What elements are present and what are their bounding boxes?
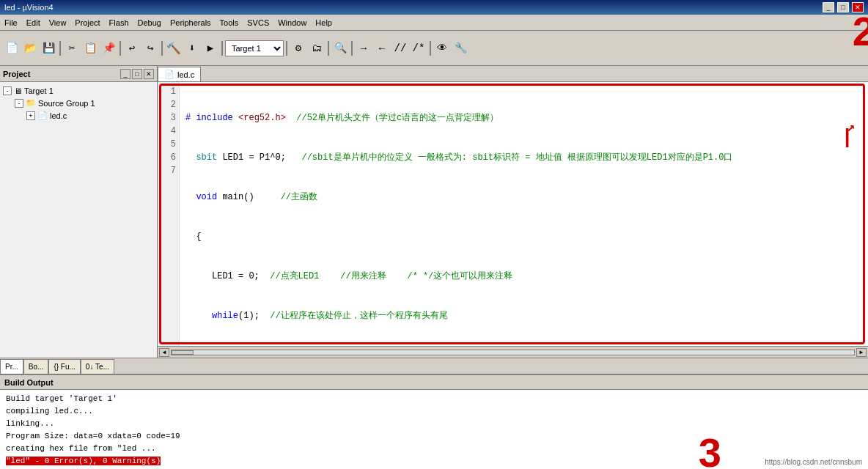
menu-svcs[interactable]: SVCS	[243, 17, 273, 29]
menu-view[interactable]: View	[45, 17, 71, 29]
preview-btn[interactable]: 👁	[433, 40, 451, 56]
target-options-btn[interactable]: ⚙	[290, 40, 307, 56]
project-panel-header: Project _ □ ✕	[0, 66, 157, 82]
sep4	[221, 41, 223, 56]
project-panel: Project _ □ ✕ - 🖥 Target 1 - 📁 Source Gr…	[0, 66, 158, 358]
bottom-tab-templates[interactable]: 0↓ Te...	[81, 359, 114, 374]
build-output: Build Output Build target 'Target 1' com…	[0, 374, 868, 469]
scroll-track[interactable]	[171, 350, 855, 355]
build-output-content: Build target 'Target 1' compiling led.c.…	[0, 390, 868, 469]
new-file-btn[interactable]: 📄	[3, 40, 21, 56]
scroll-thumb[interactable]	[172, 350, 194, 355]
menu-window[interactable]: Window	[273, 17, 311, 29]
close-btn[interactable]: ✕	[852, 2, 864, 12]
panel-header-buttons: _ □ ✕	[120, 69, 154, 79]
editor-area: 📄 led.c 1 2 3 4 5 6 7 # include <reg52.h…	[158, 66, 868, 358]
undo-btn[interactable]: ↩	[123, 40, 141, 56]
paste-btn[interactable]: 📌	[100, 40, 117, 56]
tree-item-target[interactable]: - 🖥 Target 1	[3, 85, 154, 97]
target-label: Target 1	[24, 86, 54, 95]
sep1	[59, 41, 61, 56]
build-output-title: Build Output	[4, 378, 54, 387]
maximize-btn[interactable]: □	[837, 2, 849, 12]
source-group-label: Source Group 1	[38, 99, 95, 108]
bottom-tab-functions[interactable]: {} Fu...	[48, 359, 80, 374]
sep3	[161, 41, 163, 56]
sep7	[351, 41, 353, 56]
minimize-btn[interactable]: _	[823, 2, 834, 12]
tree-item-source-group[interactable]: - 📁 Source Group 1	[15, 97, 154, 109]
build-btn[interactable]: 🔨	[165, 40, 183, 56]
app-title: led - µVision4	[4, 3, 54, 12]
copy-btn[interactable]: 📋	[81, 40, 99, 56]
build-line-2: compiling led.c...	[6, 405, 862, 418]
debug-start-btn[interactable]: ▶	[202, 40, 219, 56]
bottom-tabs: Pr... Bo... {} Fu... 0↓ Te...	[0, 358, 868, 374]
code-line-5: LED1 = 0; //点亮LED1 //用来注释 /* */这个也可以用来注释	[185, 270, 862, 283]
uncomment-btn[interactable]: /*	[410, 40, 427, 56]
indent-less-btn[interactable]: ←	[373, 40, 391, 56]
search-btn[interactable]: 🔍	[331, 40, 349, 56]
ledc-label: led.c	[50, 111, 67, 120]
title-bar: led - µVision4 _ □ ✕	[0, 0, 868, 15]
menu-project[interactable]: Project	[70, 17, 104, 29]
code-line-1: # include <reg52.h> //52单片机头文件（学过c语言的这一点…	[185, 111, 862, 125]
tab-label: led.c	[177, 70, 194, 79]
code-line-4: {	[185, 230, 862, 243]
build-line-1: Build target 'Target 1'	[6, 393, 862, 405]
tree-item-ledc[interactable]: + 📄 led.c	[26, 109, 154, 122]
menu-edit[interactable]: Edit	[22, 17, 45, 29]
bottom-tab-books[interactable]: Bo...	[23, 359, 49, 374]
editor-tab-bar: 📄 led.c	[158, 66, 868, 82]
ledc-icon: 📄	[37, 111, 48, 120]
comment-btn[interactable]: //	[391, 40, 409, 56]
redo-btn[interactable]: ↪	[141, 40, 159, 56]
menu-help[interactable]: Help	[311, 17, 336, 29]
build-error-highlight: "led" - 0 Error(s), 0 Warning(s)	[6, 457, 161, 465]
build-line-5: creating hex file from "led ...	[6, 443, 862, 455]
code-container[interactable]: 1 2 3 4 5 6 7 # include <reg52.h> //52单片…	[158, 82, 868, 346]
target-icon: 🖥	[14, 86, 22, 95]
panel-minimize-btn[interactable]: _	[120, 69, 130, 79]
sep5	[286, 41, 287, 56]
editor-scrollbar[interactable]: ◀ ▶	[158, 346, 868, 358]
code-content[interactable]: # include <reg52.h> //52单片机头文件（学过c语言的这一点…	[180, 82, 868, 346]
build-line-6: "led" - 0 Error(s), 0 Warning(s)	[6, 455, 862, 468]
menu-file[interactable]: File	[0, 17, 22, 29]
panel-maximize-btn[interactable]: □	[132, 69, 142, 79]
watermark: https://blog.csdn.net/cnnsbum	[765, 458, 862, 466]
ledc-expand[interactable]: +	[26, 111, 35, 120]
target-dropdown[interactable]: Target 1	[225, 40, 284, 56]
load-btn[interactable]: ⬇	[183, 40, 201, 56]
scroll-right-btn[interactable]: ▶	[856, 348, 867, 357]
menu-flash[interactable]: Flash	[105, 17, 133, 29]
main-area: Project _ □ ✕ - 🖥 Target 1 - 📁 Source Gr…	[0, 66, 868, 358]
sep8	[430, 41, 431, 56]
source-group-expand[interactable]: -	[15, 99, 23, 108]
bottom-tab-project[interactable]: Pr...	[0, 359, 23, 374]
line-numbers: 1 2 3 4 5 6 7	[158, 82, 180, 346]
indent-more-btn[interactable]: →	[355, 40, 372, 56]
build-output-header: Build Output	[0, 375, 868, 390]
source-group-icon: 📁	[26, 98, 36, 108]
code-line-6: while(1); //让程序在该处停止，这样一个程序有头有尾	[185, 309, 862, 322]
sep6	[328, 41, 329, 56]
menu-tools[interactable]: Tools	[216, 17, 243, 29]
manage-btn[interactable]: 🗂	[308, 40, 326, 56]
project-panel-title: Project	[3, 70, 30, 78]
save-btn[interactable]: 💾	[40, 40, 57, 56]
settings-btn[interactable]: 🔧	[452, 40, 469, 56]
editor-tab-ledc[interactable]: 📄 led.c	[158, 67, 201, 81]
scroll-left-btn[interactable]: ◀	[159, 348, 169, 357]
project-tree: - 🖥 Target 1 - 📁 Source Group 1 + 📄 led.…	[0, 82, 157, 358]
menu-bar: File Edit View Project Flash Debug Perip…	[0, 15, 868, 31]
panel-close-btn[interactable]: ✕	[144, 69, 154, 79]
code-line-2: sbit LED1 = P1^0; //sbit是单片机中的位定义 一般格式为:…	[185, 151, 862, 164]
sep2	[119, 41, 121, 56]
cut-btn[interactable]: ✂	[63, 40, 81, 56]
open-btn[interactable]: 📂	[21, 40, 39, 56]
menu-peripherals[interactable]: Peripherals	[166, 17, 216, 29]
menu-debug[interactable]: Debug	[133, 17, 166, 29]
toolbar: 📄 📂 💾 ✂ 📋 📌 ↩ ↪ 🔨 ⬇ ▶ Target 1 ⚙ 🗂 🔍 → ←…	[0, 31, 868, 66]
target-expand[interactable]: -	[3, 86, 12, 95]
